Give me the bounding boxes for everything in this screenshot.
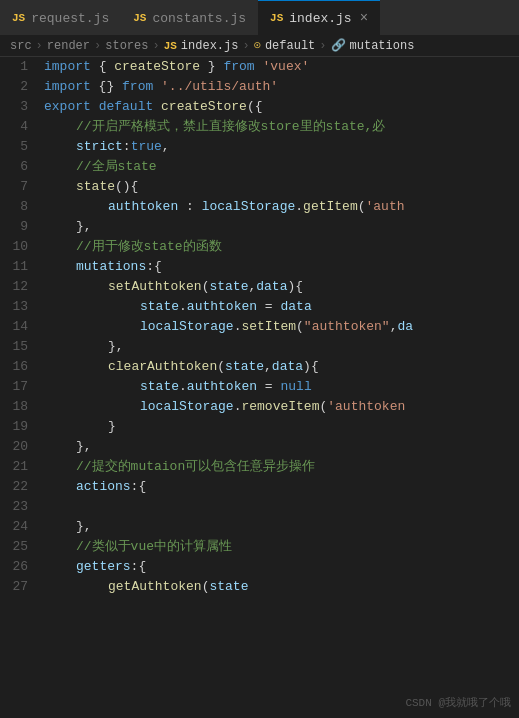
line-num-11: 11: [0, 257, 28, 277]
line-num-4: 4: [0, 117, 28, 137]
code-line-9: },: [44, 217, 519, 237]
code-line-2: import {} from '../utils/auth': [44, 77, 519, 97]
line-num-27: 27: [0, 577, 28, 597]
breadcrumb-default: default: [265, 39, 315, 53]
line-num-5: 5: [0, 137, 28, 157]
code-line-13: state.authtoken = data: [44, 297, 519, 317]
code-line-25: //类似于vue中的计算属性: [44, 537, 519, 557]
line-num-20: 20: [0, 437, 28, 457]
line-num-1: 1: [0, 57, 28, 77]
line-num-9: 9: [0, 217, 28, 237]
code-line-22: actions:{: [44, 477, 519, 497]
tab-index-close[interactable]: ×: [360, 10, 368, 26]
tab-bar: JS request.js JS constants.js JS index.j…: [0, 0, 519, 35]
line-num-14: 14: [0, 317, 28, 337]
code-line-15: },: [44, 337, 519, 357]
breadcrumb-mutations: mutations: [350, 39, 415, 53]
tab-constants-label: constants.js: [152, 11, 246, 26]
code-line-26: getters:{: [44, 557, 519, 577]
line-num-10: 10: [0, 237, 28, 257]
line-num-24: 24: [0, 517, 28, 537]
line-num-13: 13: [0, 297, 28, 317]
line-num-8: 8: [0, 197, 28, 217]
code-line-17: state.authtoken = null: [44, 377, 519, 397]
tab-request[interactable]: JS request.js: [0, 0, 121, 35]
line-num-21: 21: [0, 457, 28, 477]
tab-index[interactable]: JS index.js ×: [258, 0, 380, 35]
js-icon-constants: JS: [133, 12, 146, 24]
code-line-11: mutations:{: [44, 257, 519, 277]
code-line-3: export default createStore({: [44, 97, 519, 117]
breadcrumb-stores: stores: [105, 39, 148, 53]
code-line-8: ◄ authtoken : localStorage.getItem('auth: [44, 197, 519, 217]
breadcrumb-default-icon: ⊙: [254, 38, 261, 53]
breadcrumb-src: src: [10, 39, 32, 53]
line-num-12: 12: [0, 277, 28, 297]
code-line-1: import { createStore } from 'vuex': [44, 57, 519, 77]
line-num-23: 23: [0, 497, 28, 517]
line-num-7: 7: [0, 177, 28, 197]
breadcrumb-render: render: [47, 39, 90, 53]
tab-request-label: request.js: [31, 11, 109, 26]
code-line-18: localStorage.removeItem('authtoken: [44, 397, 519, 417]
line-numbers: 1 2 3 4 5 6 7 8 9 10 11 12 13 14 15 16 1…: [0, 57, 36, 714]
code-line-4: //开启严格模式，禁止直接修改store里的state,必: [44, 117, 519, 137]
tab-index-label: index.js: [289, 11, 351, 26]
line-num-2: 2: [0, 77, 28, 97]
line-num-16: 16: [0, 357, 28, 377]
watermark: CSDN @我就哦了个哦: [405, 695, 511, 710]
code-line-20: },: [44, 437, 519, 457]
code-line-16: clearAuthtoken(state,data){: [44, 357, 519, 377]
line-num-6: 6: [0, 157, 28, 177]
line-num-22: 22: [0, 477, 28, 497]
code-line-12: setAuthtoken(state,data){: [44, 277, 519, 297]
code-line-24: },: [44, 517, 519, 537]
line-num-19: 19: [0, 417, 28, 437]
code-line-6: //全局state: [44, 157, 519, 177]
code-line-14: ◄ localStorage.setItem("authtoken",da: [44, 317, 519, 337]
code-line-7: state(){: [44, 177, 519, 197]
breadcrumb: src › render › stores › JS index.js › ⊙ …: [0, 35, 519, 57]
breadcrumb-js-icon: JS: [164, 40, 177, 52]
breadcrumb-mutations-icon: 🔗: [331, 38, 346, 53]
js-icon-request: JS: [12, 12, 25, 24]
tab-constants[interactable]: JS constants.js: [121, 0, 258, 35]
line-num-15: 15: [0, 337, 28, 357]
code-line-10: //用于修改state的函数: [44, 237, 519, 257]
line-num-25: 25: [0, 537, 28, 557]
line-num-26: 26: [0, 557, 28, 577]
js-icon-index: JS: [270, 12, 283, 24]
code-area: 1 2 3 4 5 6 7 8 9 10 11 12 13 14 15 16 1…: [0, 57, 519, 714]
code-line-21: //提交的mutaion可以包含任意异步操作: [44, 457, 519, 477]
line-num-18: 18: [0, 397, 28, 417]
breadcrumb-file: index.js: [181, 39, 239, 53]
line-num-17: 17: [0, 377, 28, 397]
code-line-23: [44, 497, 519, 517]
code-content: import { createStore } from 'vuex' impor…: [36, 57, 519, 714]
code-line-5: strict:true,: [44, 137, 519, 157]
code-line-27: getAuthtoken(state: [44, 577, 519, 597]
code-line-19: }: [44, 417, 519, 437]
line-num-3: 3: [0, 97, 28, 117]
